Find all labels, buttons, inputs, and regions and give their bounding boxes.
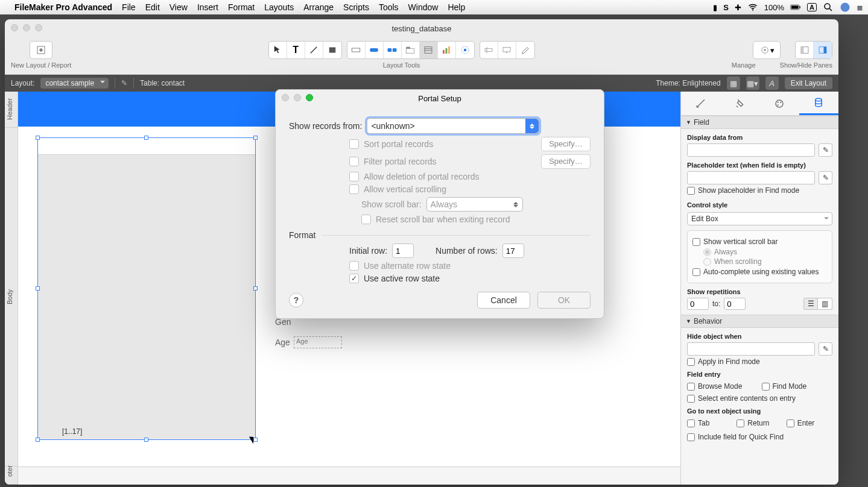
exit-layout-button[interactable]: Exit Layout — [785, 77, 832, 89]
return-checkbox[interactable] — [737, 419, 744, 427]
statusbar-menu-icon[interactable]: ≣ — [857, 3, 863, 12]
portal-selection[interactable]: [1..17] — [37, 137, 256, 440]
menu-insert[interactable]: Insert — [197, 2, 218, 12]
menu-tools[interactable]: Tools — [379, 2, 399, 12]
portal-tool[interactable] — [420, 42, 438, 58]
window-minimize-button[interactable] — [23, 24, 30, 31]
menu-window[interactable]: Window — [408, 2, 439, 12]
window-zoom-button[interactable] — [35, 24, 42, 31]
show-vscroll-checkbox[interactable] — [692, 238, 700, 246]
inspector-tab-data[interactable] — [799, 92, 838, 115]
placeholder-input[interactable] — [687, 171, 815, 184]
help-button[interactable]: ? — [289, 293, 303, 307]
theme-picker-icon[interactable]: ▦ — [727, 77, 740, 90]
menu-arrange[interactable]: Arrange — [303, 2, 334, 12]
hide-when-edit-icon[interactable]: ✎ — [819, 342, 832, 356]
webviewer-tool[interactable] — [456, 42, 474, 58]
edit-layout-icon[interactable]: ✎ — [121, 79, 127, 87]
statusbar-wifi-icon[interactable] — [747, 2, 758, 13]
gutter-header[interactable]: Header — [5, 92, 17, 128]
menu-format[interactable]: Format — [228, 2, 255, 12]
rectangle-tool[interactable] — [323, 42, 341, 58]
tabcontrol-tool[interactable] — [402, 42, 420, 58]
statusbar-s-icon[interactable]: S — [723, 3, 729, 12]
display-from-input[interactable] — [687, 143, 815, 157]
num-rows-label: Number of rows: — [436, 246, 498, 256]
window-close-button[interactable] — [11, 24, 18, 31]
gutter-body[interactable]: Body — [5, 128, 17, 467]
show-records-select[interactable]: <unknown> — [367, 118, 539, 134]
browse-mode-checkbox[interactable] — [687, 383, 695, 391]
inspector-tab-styles[interactable] — [720, 92, 759, 115]
menu-scripts[interactable]: Scripts — [343, 2, 369, 12]
apply-find-checkbox[interactable] — [687, 358, 695, 366]
dialog-zoom-button[interactable] — [306, 94, 313, 101]
inspector-section-field[interactable]: Field — [681, 116, 838, 129]
menu-help[interactable]: Help — [448, 2, 465, 12]
statusbar-video-icon[interactable]: ▮ — [713, 3, 717, 12]
repetition-orientation-toggle[interactable]: ☰▥ — [803, 298, 832, 310]
placeholder-edit-icon[interactable]: ✎ — [819, 171, 832, 184]
svg-point-25 — [463, 49, 466, 52]
popover-tool[interactable] — [498, 42, 516, 58]
menu-edit[interactable]: Edit — [145, 2, 160, 12]
text-format-icon[interactable]: A — [765, 77, 779, 90]
hide-when-input[interactable] — [687, 342, 815, 356]
select-entire-checkbox[interactable] — [687, 395, 695, 403]
button-tool[interactable] — [366, 42, 384, 58]
inspector-section-behavior[interactable]: Behavior — [681, 315, 838, 328]
menu-layouts[interactable]: Layouts — [264, 2, 294, 12]
svg-rect-32 — [801, 47, 804, 54]
placeholder-label: Placeholder text (when field is empty) — [687, 162, 832, 169]
statusbar-battery-icon[interactable] — [790, 2, 801, 13]
statusbar-user-icon[interactable] — [840, 2, 851, 13]
svg-rect-13 — [370, 48, 378, 52]
num-rows-input[interactable] — [502, 244, 524, 258]
gutter-footer[interactable]: oter — [5, 467, 17, 485]
chart-tool[interactable] — [438, 42, 456, 58]
window-titlebar: testing_database — [5, 19, 838, 37]
line-tool[interactable] — [305, 42, 323, 58]
show-repetitions-label: Show repetitions — [687, 288, 832, 295]
grid-icon[interactable]: ▦▾ — [746, 77, 759, 90]
dialog-minimize-button[interactable] — [294, 94, 301, 101]
control-style-select[interactable]: Edit Box — [687, 212, 832, 225]
menu-file[interactable]: File — [122, 2, 136, 12]
repetitions-to-input[interactable] — [724, 298, 746, 310]
svg-rect-34 — [824, 47, 827, 54]
left-pane-toggle[interactable] — [796, 42, 814, 58]
field-control-tool[interactable] — [480, 42, 498, 58]
cancel-button[interactable]: Cancel — [477, 292, 530, 309]
text-tool[interactable]: T — [287, 42, 305, 58]
manage-button[interactable]: ▾ — [753, 41, 781, 59]
active-row-checkbox[interactable] — [349, 274, 359, 283]
right-pane-toggle[interactable] — [814, 42, 832, 58]
format-painter-tool[interactable] — [516, 42, 534, 58]
tab-checkbox[interactable] — [687, 419, 695, 427]
display-from-edit-icon[interactable]: ✎ — [819, 143, 832, 157]
inspector-tab-position[interactable] — [681, 92, 720, 115]
repetitions-from-input[interactable] — [687, 298, 709, 310]
statusbar-a-icon[interactable]: A — [807, 3, 817, 11]
reset-scroll-checkbox — [361, 215, 371, 224]
initial-row-input[interactable] — [392, 244, 414, 258]
layout-selector[interactable]: contact sample — [40, 78, 109, 89]
field-tool[interactable] — [347, 42, 366, 58]
inspector-tab-appearance[interactable] — [760, 92, 799, 115]
field-box-age[interactable]: Age — [294, 336, 342, 348]
quickfind-checkbox[interactable] — [687, 433, 695, 441]
buttonbar-tool[interactable] — [384, 42, 402, 58]
dialog-close-button[interactable] — [282, 94, 289, 101]
show-placeholder-checkbox[interactable] — [687, 187, 695, 195]
autocomplete-checkbox[interactable] — [692, 268, 700, 276]
statusbar-spotlight-icon[interactable] — [823, 2, 834, 13]
enter-checkbox[interactable] — [787, 419, 794, 427]
selection-tool[interactable] — [269, 42, 287, 58]
toolbar: New Layout / Report T — [5, 37, 838, 75]
menu-view[interactable]: View — [169, 2, 188, 12]
app-name[interactable]: FileMaker Pro Advanced — [14, 2, 112, 12]
statusbar-plus-icon[interactable]: ✚ — [735, 3, 741, 12]
new-layout-button[interactable] — [30, 41, 52, 59]
field-entry-label: Field entry — [687, 371, 832, 378]
find-mode-checkbox[interactable] — [762, 383, 770, 391]
